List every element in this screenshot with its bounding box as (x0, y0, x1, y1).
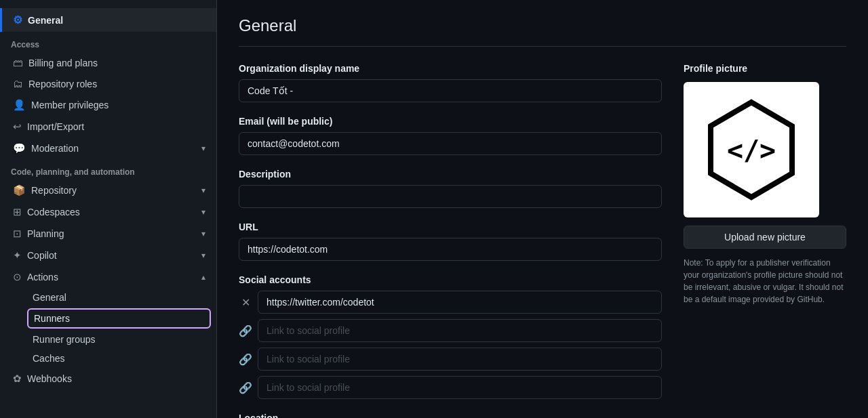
org-display-name-group: Organization display name (239, 63, 662, 102)
social-accounts-label: Social accounts (239, 274, 662, 285)
sidebar-item-codespaces[interactable]: ⊞ Codespaces ▾ (0, 201, 216, 223)
page-title: General (239, 16, 846, 47)
email-input[interactable] (239, 132, 662, 155)
social-accounts-group: Social accounts ✕ 🔗 🔗 🔗 (239, 274, 662, 399)
sidebar-item-repo-label: Repository (31, 185, 77, 196)
import-export-icon: ↩ (13, 121, 22, 133)
repo-roles-icon: 🗂 (13, 78, 23, 89)
sidebar-item-repo-roles[interactable]: 🗂 Repository roles (0, 73, 216, 94)
sidebar-sub-item-runner-groups[interactable]: Runner groups (0, 330, 216, 349)
location-label: Location (239, 413, 662, 418)
email-label: Email (will be public) (239, 116, 662, 127)
codespaces-icon: ⊞ (13, 206, 22, 218)
planning-chevron: ▾ (201, 229, 205, 238)
sidebar-sub-item-caches[interactable]: Caches (0, 349, 216, 368)
sidebar-item-repository[interactable]: 📦 Repository ▾ (0, 180, 216, 201)
sidebar-item-webhooks[interactable]: ✿ Webhooks (0, 368, 216, 390)
sidebar-sub-general-label: General (33, 292, 66, 303)
org-display-name-input[interactable] (239, 79, 662, 102)
copilot-chevron: ▾ (201, 251, 205, 260)
sidebar: ⚙ General Access 🗃 Billing and plans 🗂 R… (0, 0, 217, 418)
profile-picture-title: Profile picture (684, 63, 846, 74)
sidebar-item-codespaces-left: ⊞ Codespaces (13, 206, 80, 218)
content-layout: Organization display name Email (will be… (239, 63, 846, 418)
description-group: Description (239, 169, 662, 208)
section-label-access: Access (0, 32, 216, 52)
sidebar-item-repo-left: 📦 Repository (13, 184, 77, 196)
sidebar-sub-item-runners[interactable]: Runners (27, 308, 211, 329)
org-display-name-label: Organization display name (239, 63, 662, 74)
social-input-3[interactable] (258, 348, 662, 371)
sidebar-item-moderation-label: Moderation (31, 143, 79, 154)
profile-picture-svg: </> (697, 96, 806, 204)
sidebar-item-billing[interactable]: 🗃 Billing and plans (0, 52, 216, 73)
sidebar-item-repo-roles-left: 🗂 Repository roles (13, 78, 97, 89)
svg-text:</>: </> (727, 135, 776, 166)
profile-note: Note: To apply for a publisher verificat… (684, 257, 846, 306)
social-row-2: 🔗 (239, 319, 662, 342)
sidebar-item-import-export[interactable]: ↩ Import/Export (0, 116, 216, 138)
repository-icon: 📦 (13, 184, 26, 196)
sidebar-item-import-label: Import/Export (27, 121, 84, 132)
url-label: URL (239, 222, 662, 232)
link-icon-2: 🔗 (239, 325, 252, 337)
twitter-icon: ✕ (239, 296, 252, 309)
sidebar-item-member-priv[interactable]: 👤 Member privileges (0, 94, 216, 116)
sidebar-item-copilot-left: ✦ Copilot (13, 249, 57, 262)
sidebar-item-webhooks-left: ✿ Webhooks (13, 373, 72, 385)
moderation-icon: 💬 (13, 142, 26, 154)
copilot-icon: ✦ (13, 249, 22, 262)
sidebar-sub-runner-groups-label: Runner groups (33, 334, 96, 345)
social-input-4[interactable] (258, 376, 662, 399)
sidebar-item-moderation-left: 💬 Moderation (13, 142, 79, 154)
sidebar-item-member-left: 👤 Member privileges (13, 99, 108, 111)
url-group: URL (239, 222, 662, 261)
gear-icon: ⚙ (13, 14, 22, 26)
sidebar-sub-caches-label: Caches (33, 353, 64, 364)
sidebar-item-copilot-label: Copilot (27, 250, 57, 261)
main-content: General Organization display name Email … (217, 0, 868, 418)
social-twitter-row: ✕ (239, 291, 662, 314)
url-input[interactable] (239, 238, 662, 261)
sidebar-item-planning-left: ⊡ Planning (13, 228, 64, 240)
sidebar-item-webhooks-label: Webhooks (27, 373, 72, 384)
sidebar-item-actions[interactable]: ⊙ Actions ▴ (0, 266, 216, 288)
sidebar-item-copilot[interactable]: ✦ Copilot ▾ (0, 245, 216, 266)
sidebar-item-planning[interactable]: ⊡ Planning ▾ (0, 223, 216, 245)
sidebar-item-billing-label: Billing and plans (28, 58, 98, 68)
link-icon-4: 🔗 (239, 381, 252, 394)
sidebar-item-general[interactable]: ⚙ General (0, 8, 216, 32)
profile-section: Profile picture </> Upload new picture N… (684, 63, 846, 418)
section-label-code: Code, planning, and automation (0, 159, 216, 180)
email-group: Email (will be public) (239, 116, 662, 155)
sidebar-item-planning-label: Planning (27, 228, 64, 239)
actions-icon: ⊙ (13, 271, 22, 283)
actions-chevron: ▴ (201, 272, 205, 282)
planning-icon: ⊡ (13, 228, 22, 240)
social-twitter-input[interactable] (258, 291, 662, 314)
sidebar-sub-item-general[interactable]: General (0, 288, 216, 307)
sidebar-item-repo-roles-label: Repository roles (28, 79, 97, 89)
repository-chevron: ▾ (201, 186, 205, 195)
credit-card-icon: 🗃 (13, 57, 23, 68)
sidebar-item-codespaces-label: Codespaces (27, 207, 80, 217)
social-row-3: 🔗 (239, 348, 662, 371)
person-icon: 👤 (13, 99, 26, 111)
webhooks-icon: ✿ (13, 373, 22, 385)
description-label: Description (239, 169, 662, 180)
sidebar-item-import-left: ↩ Import/Export (13, 121, 84, 133)
upload-picture-button[interactable]: Upload new picture (684, 226, 846, 249)
link-icon-3: 🔗 (239, 353, 252, 366)
sidebar-item-actions-label: Actions (27, 272, 58, 283)
sidebar-sub-runners-label: Runners (34, 313, 70, 324)
sidebar-item-moderation[interactable]: 💬 Moderation ▾ (0, 138, 216, 159)
moderation-chevron: ▾ (201, 144, 205, 153)
social-row-4: 🔗 (239, 376, 662, 399)
sidebar-item-actions-left: ⊙ Actions (13, 271, 58, 283)
location-group: Location 🌐 Earth ▾ (239, 413, 662, 418)
description-input[interactable] (239, 185, 662, 208)
social-input-2[interactable] (258, 319, 662, 342)
codespaces-chevron: ▾ (201, 207, 205, 217)
profile-picture-container: </> (684, 82, 819, 217)
sidebar-general-label: General (28, 15, 63, 26)
